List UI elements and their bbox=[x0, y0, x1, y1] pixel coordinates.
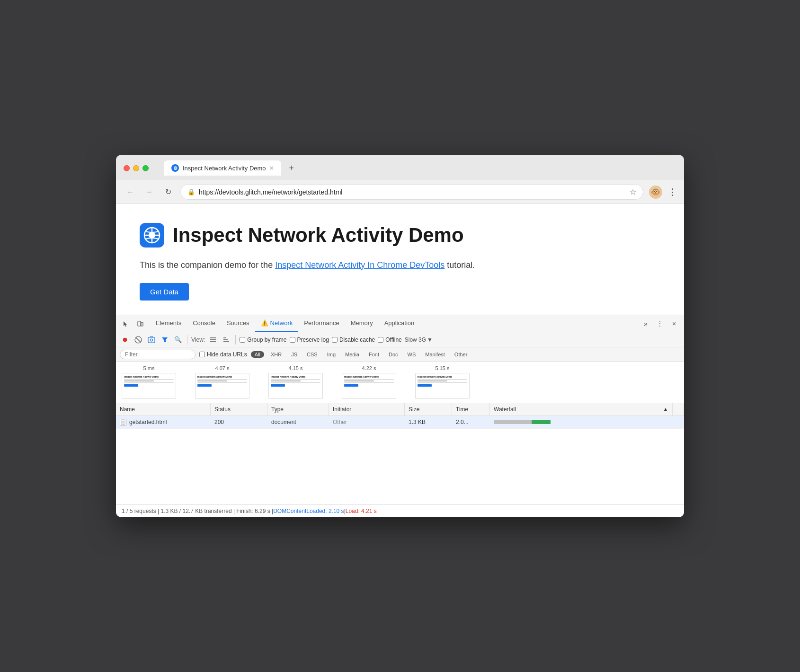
tab-close-button[interactable]: × bbox=[270, 164, 274, 172]
tab-network[interactable]: ⚠️ Network bbox=[255, 315, 299, 332]
preserve-log-input[interactable] bbox=[290, 337, 295, 343]
filter-input[interactable] bbox=[120, 350, 196, 359]
filter-icon[interactable] bbox=[160, 335, 170, 345]
hide-data-urls-input[interactable] bbox=[199, 352, 205, 357]
td-type: document bbox=[267, 416, 329, 428]
view-label: View: bbox=[191, 336, 205, 343]
svg-rect-5 bbox=[141, 322, 143, 326]
th-name[interactable]: Name bbox=[116, 403, 211, 416]
th-initiator[interactable]: Initiator bbox=[329, 403, 405, 416]
devtools-link[interactable]: Inspect Network Activity In Chrome DevTo… bbox=[275, 260, 444, 270]
more-tabs-button[interactable]: » bbox=[640, 318, 652, 330]
throttle-arrow: ▼ bbox=[427, 336, 433, 343]
screenshot-button[interactable] bbox=[146, 335, 157, 345]
list-view-icon[interactable] bbox=[208, 335, 218, 345]
new-tab-button[interactable]: + bbox=[285, 161, 298, 175]
page-description: This is the companion demo for the Inspe… bbox=[140, 259, 660, 272]
th-time[interactable]: Time bbox=[452, 403, 490, 416]
th-spacer bbox=[673, 403, 684, 416]
toolbar-divider-2 bbox=[235, 335, 236, 345]
timeline-time-3: 4.15 s bbox=[289, 365, 303, 371]
back-button[interactable]: ← bbox=[124, 186, 137, 199]
waterfall-gray-bar bbox=[494, 420, 532, 424]
tab-elements[interactable]: Elements bbox=[150, 315, 187, 332]
tab-performance-label: Performance bbox=[304, 319, 339, 327]
bookmark-icon[interactable]: ☆ bbox=[630, 187, 636, 196]
timeline-thumb-1: Inspect Network Activity Demo bbox=[122, 373, 176, 399]
url-bar[interactable]: 🔒 https://devtools.glitch.me/network/get… bbox=[180, 184, 643, 200]
thumb-title-5: Inspect Network Activity Demo bbox=[418, 375, 467, 378]
tab-sources-label: Sources bbox=[227, 319, 249, 327]
disable-cache-input[interactable] bbox=[332, 337, 338, 343]
preserve-log-label: Preserve log bbox=[297, 336, 329, 343]
user-avatar[interactable]: 🐵 bbox=[649, 186, 662, 199]
td-name: getstarted.html bbox=[116, 416, 211, 428]
maximize-traffic-light[interactable] bbox=[142, 165, 149, 171]
throttle-label: Slow 3G bbox=[405, 336, 426, 343]
clear-button[interactable] bbox=[133, 335, 143, 345]
filter-js-button[interactable]: JS bbox=[288, 351, 300, 358]
thumb-title-1: Inspect Network Activity Demo bbox=[124, 375, 174, 378]
th-size[interactable]: Size bbox=[405, 403, 452, 416]
tab-memory[interactable]: Memory bbox=[345, 315, 379, 332]
group-by-frame-checkbox[interactable]: Group by frame bbox=[240, 336, 286, 343]
status-text: 1 / 5 requests | 1.3 KB / 12.7 KB transf… bbox=[122, 508, 273, 514]
filter-ws-button[interactable]: WS bbox=[405, 351, 419, 358]
td-status: 200 bbox=[211, 416, 267, 428]
svg-rect-4 bbox=[138, 321, 141, 326]
browser-tab-active[interactable]: ⚙ Inspect Network Activity Demo × bbox=[164, 160, 281, 176]
forward-button[interactable]: → bbox=[142, 186, 156, 199]
device-icon[interactable] bbox=[134, 318, 146, 330]
tab-application[interactable]: Application bbox=[379, 315, 420, 332]
url-text: https://devtools.glitch.me/network/getst… bbox=[199, 188, 626, 196]
offline-input[interactable] bbox=[378, 337, 383, 343]
offline-checkbox[interactable]: Offline bbox=[378, 336, 401, 343]
tab-console[interactable]: Console bbox=[187, 315, 221, 332]
offline-label: Offline bbox=[385, 336, 401, 343]
thumb-title-4: Inspect Network Activity Demo bbox=[344, 375, 394, 378]
group-by-frame-input[interactable] bbox=[240, 337, 245, 343]
thumb-title-3: Inspect Network Activity Demo bbox=[271, 375, 320, 378]
table-row[interactable]: getstarted.html 200 document Other 1.3 K… bbox=[116, 416, 684, 429]
svg-point-9 bbox=[151, 339, 153, 341]
record-button[interactable]: ⏺ bbox=[120, 335, 130, 345]
minimize-traffic-light[interactable] bbox=[133, 165, 139, 171]
filter-media-button[interactable]: Media bbox=[342, 351, 362, 358]
th-waterfall-label: Waterfall bbox=[494, 406, 516, 413]
filter-all-button[interactable]: All bbox=[251, 351, 264, 358]
timeline-thumb-2: Inspect Network Activity Demo bbox=[195, 373, 249, 399]
search-icon[interactable]: 🔍 bbox=[173, 335, 183, 345]
filter-doc-button[interactable]: Doc bbox=[386, 351, 401, 358]
timeline-marker-3: 4.15 s Inspect Network Activity Demo bbox=[268, 365, 323, 399]
close-traffic-light[interactable] bbox=[124, 165, 130, 171]
devtools-close-button[interactable]: × bbox=[668, 318, 680, 330]
forward-icon: → bbox=[145, 188, 153, 196]
filter-xhr-button[interactable]: XHR bbox=[268, 351, 284, 358]
hide-data-urls-checkbox[interactable]: Hide data URLs bbox=[199, 351, 247, 358]
throttle-dropdown[interactable]: Slow 3G ▼ bbox=[405, 336, 433, 343]
cursor-icon[interactable] bbox=[120, 318, 132, 330]
filter-img-button[interactable]: Img bbox=[324, 351, 338, 358]
get-data-button[interactable]: Get Data bbox=[140, 283, 189, 301]
th-status[interactable]: Status bbox=[211, 403, 267, 416]
tab-sources[interactable]: Sources bbox=[221, 315, 255, 332]
timeline-marker-1: 5 ms Inspect Network Activity Demo bbox=[122, 365, 176, 399]
filter-manifest-button[interactable]: Manifest bbox=[422, 351, 448, 358]
filter-css-button[interactable]: CSS bbox=[304, 351, 320, 358]
tree-view-icon[interactable] bbox=[221, 335, 231, 345]
filter-font-button[interactable]: Font bbox=[366, 351, 382, 358]
browser-menu-icon[interactable]: ⋮ bbox=[668, 187, 676, 197]
tab-console-label: Console bbox=[193, 319, 215, 327]
tab-network-label: Network bbox=[270, 319, 293, 327]
thumb-title-2: Inspect Network Activity Demo bbox=[197, 375, 247, 378]
reload-button[interactable]: ↻ bbox=[161, 186, 175, 199]
tab-performance[interactable]: Performance bbox=[298, 315, 345, 332]
devtools-options-button[interactable]: ⋮ bbox=[654, 318, 666, 330]
timeline-thumb-3: Inspect Network Activity Demo bbox=[268, 373, 323, 399]
timeline-time-4: 4.22 s bbox=[362, 365, 376, 371]
preserve-log-checkbox[interactable]: Preserve log bbox=[290, 336, 329, 343]
filter-other-button[interactable]: Other bbox=[452, 351, 471, 358]
th-waterfall[interactable]: Waterfall ▲ bbox=[490, 403, 673, 416]
disable-cache-checkbox[interactable]: Disable cache bbox=[332, 336, 375, 343]
th-type[interactable]: Type bbox=[267, 403, 329, 416]
